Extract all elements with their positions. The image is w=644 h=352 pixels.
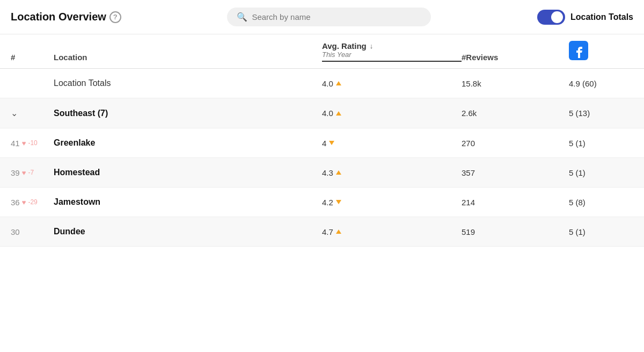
row-avg-value: 4.2 bbox=[322, 198, 333, 207]
group-avg-rating: 4.0 bbox=[322, 109, 462, 118]
table-row: 41 ♥ -10 Greenlake 4 270 5 (1) bbox=[0, 128, 644, 158]
search-wrapper: 🔍 bbox=[130, 8, 529, 26]
row-avg-value: 4.3 bbox=[322, 168, 333, 177]
row-trend-icon-up bbox=[336, 229, 341, 234]
rank-change: -10 bbox=[28, 139, 37, 147]
help-icon[interactable]: ? bbox=[109, 11, 121, 23]
group-row-southeast[interactable]: ⌄ Southeast (7) 4.0 2.6k 5 (13) bbox=[0, 98, 644, 128]
col-avg-label: Avg. Rating bbox=[322, 41, 367, 51]
search-box: 🔍 bbox=[227, 8, 431, 26]
row-name-greenlake: Greenlake bbox=[54, 138, 322, 148]
row-rank-dundee: 30 bbox=[11, 227, 54, 236]
col-avg-rating-header[interactable]: Avg. Rating ↓ This Year bbox=[322, 41, 462, 62]
row-fb-jamestown: 5 (8) bbox=[569, 198, 633, 207]
row-fb-greenlake: 5 (1) bbox=[569, 139, 633, 148]
rank-number: 39 bbox=[11, 168, 20, 177]
table-row: 36 ♥ -29 Jamestown 4.2 214 5 (8) bbox=[0, 188, 644, 217]
row-reviews-greenlake: 270 bbox=[462, 139, 569, 148]
row-fb-dundee: 5 (1) bbox=[569, 227, 633, 236]
row-avg-rating-jamestown: 4.2 bbox=[322, 198, 462, 207]
heart-icon: ♥ bbox=[22, 198, 26, 206]
col-facebook-header bbox=[569, 41, 633, 62]
group-reviews: 2.6k bbox=[462, 109, 569, 118]
page-title: Location Overview bbox=[11, 11, 106, 23]
rank-change: -29 bbox=[28, 198, 37, 206]
facebook-icon bbox=[569, 41, 588, 60]
group-chevron-cell[interactable]: ⌄ bbox=[11, 108, 54, 118]
row-rank-greenlake: 41 ♥ -10 bbox=[11, 139, 54, 148]
rank-change: -7 bbox=[28, 169, 34, 176]
row-rank-jamestown: 36 ♥ -29 bbox=[11, 198, 54, 207]
row-avg-rating-greenlake: 4 bbox=[322, 139, 462, 148]
totals-avg-value: 4.0 bbox=[322, 79, 333, 88]
rank-number: 30 bbox=[11, 227, 20, 236]
sort-icon[interactable]: ↓ bbox=[370, 42, 374, 50]
row-avg-rating-dundee: 4.7 bbox=[322, 227, 462, 236]
totals-avg-rating: 4.0 bbox=[322, 79, 462, 88]
totals-reviews: 15.8k bbox=[462, 79, 569, 88]
toggle-thumb bbox=[551, 11, 563, 23]
table-row: 39 ♥ -7 Homestead 4.3 357 5 (1) bbox=[0, 158, 644, 188]
location-totals-toggle[interactable] bbox=[537, 10, 565, 25]
totals-trend-icon bbox=[336, 81, 341, 85]
col-reviews-header: #Reviews bbox=[462, 53, 569, 62]
table-row: 30 Dundee 4.7 519 5 (1) bbox=[0, 217, 644, 247]
col-location-header: Location bbox=[54, 53, 322, 62]
row-reviews-jamestown: 214 bbox=[462, 198, 569, 207]
totals-fb: 4.9 (60) bbox=[569, 79, 633, 88]
toggle-label: Location Totals bbox=[570, 12, 633, 22]
search-icon: 🔍 bbox=[237, 12, 247, 22]
row-fb-homestead: 5 (1) bbox=[569, 168, 633, 177]
heart-icon: ♥ bbox=[22, 169, 26, 177]
col-avg-sub: This Year bbox=[322, 51, 352, 59]
group-fb: 5 (13) bbox=[569, 109, 633, 118]
group-name-southeast: Southeast (7) bbox=[54, 109, 322, 118]
row-trend-icon-down bbox=[336, 200, 341, 204]
totals-row: Location Totals 4.0 15.8k 4.9 (60) bbox=[0, 69, 644, 98]
table-header: # Location Avg. Rating ↓ This Year #Revi… bbox=[0, 34, 644, 69]
chevron-down-icon[interactable]: ⌄ bbox=[11, 109, 18, 118]
row-name-homestead: Homestead bbox=[54, 168, 322, 177]
group-avg-value: 4.0 bbox=[322, 109, 333, 118]
row-name-jamestown: Jamestown bbox=[54, 197, 322, 207]
row-reviews-dundee: 519 bbox=[462, 227, 569, 236]
toggle-section: Location Totals bbox=[537, 10, 633, 25]
rank-number: 36 bbox=[11, 198, 20, 207]
row-name-dundee: Dundee bbox=[54, 227, 322, 236]
search-input[interactable] bbox=[252, 12, 421, 21]
row-avg-value: 4 bbox=[322, 139, 326, 148]
row-avg-rating-homestead: 4.3 bbox=[322, 168, 462, 177]
group-trend-icon bbox=[336, 111, 341, 116]
col-hash-header: # bbox=[11, 53, 54, 62]
page-header: Location Overview ? 🔍 Location Totals bbox=[0, 0, 644, 34]
row-avg-value: 4.7 bbox=[322, 227, 333, 236]
heart-icon: ♥ bbox=[22, 139, 26, 147]
toggle-track bbox=[537, 10, 565, 25]
row-trend-icon-down bbox=[329, 141, 334, 145]
rank-number: 41 bbox=[11, 139, 20, 148]
row-rank-homestead: 39 ♥ -7 bbox=[11, 168, 54, 177]
row-trend-icon-up bbox=[336, 170, 341, 175]
row-reviews-homestead: 357 bbox=[462, 168, 569, 177]
totals-name: Location Totals bbox=[54, 78, 322, 88]
